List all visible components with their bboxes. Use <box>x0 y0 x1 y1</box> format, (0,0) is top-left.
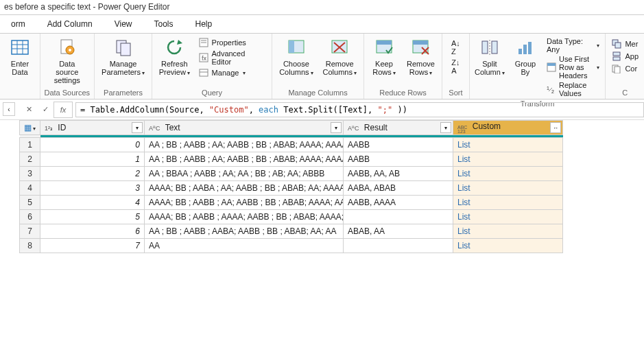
formula-input[interactable]: = Table.AddColumn(Source, "Custom" , eac… <box>75 102 644 117</box>
cell-result[interactable]: AABB, AAAA <box>344 196 453 210</box>
manage-parameters-label: Manage Parameters▾ <box>102 60 145 77</box>
remove-rows-icon <box>409 36 431 58</box>
keep-rows-button[interactable]: Keep Rows▾ <box>367 35 401 78</box>
column-filter-id[interactable]: ▾ <box>132 122 143 133</box>
data-source-settings-button[interactable]: Data source settings <box>43 35 92 86</box>
cell-custom[interactable]: List <box>453 239 563 253</box>
table-row[interactable]: 10AA ; BB ; AABB ; AA; AABB ; BB ; ABAB;… <box>20 138 563 152</box>
table-row[interactable]: 65AAAA; BB ; AABB ; AAAA; AABB ; BB ; AB… <box>20 210 563 224</box>
table-icon: ▦ <box>24 123 32 132</box>
remove-columns-button[interactable]: Remove Columns▾ <box>319 35 361 78</box>
svg-rect-30 <box>492 41 497 54</box>
combine-files-button[interactable]: Cor <box>608 62 641 75</box>
cell-result[interactable] <box>344 239 453 253</box>
svg-rect-33 <box>523 45 527 54</box>
manage-button[interactable]: Manage▾ <box>195 67 270 79</box>
enter-data-button[interactable]: Enter Data <box>3 35 37 78</box>
cell-text[interactable]: AAAA; BB ; AABB ; AAAA; AABB ; BB ; ABAB… <box>145 210 344 224</box>
cell-id[interactable]: 1 <box>40 152 145 167</box>
append-queries-button[interactable]: App <box>608 50 641 62</box>
menu-tools[interactable]: Tools <box>143 16 184 32</box>
cell-id[interactable]: 4 <box>40 196 145 210</box>
cell-result[interactable]: AABB, AA, AB <box>344 167 453 181</box>
first-row-headers-button[interactable]: Use First Row as Headers▾ <box>544 54 602 80</box>
svg-rect-40 <box>615 43 621 48</box>
sort-desc-button[interactable]: Z↓A <box>451 58 460 75</box>
cell-result[interactable]: ABAB, AA <box>344 224 453 239</box>
table-row[interactable]: 76AA ; BB ; AABB ; AABA; AABB ; BB ; ABA… <box>20 224 563 239</box>
data-source-settings-label: Data source settings <box>47 60 88 84</box>
row-number[interactable]: 4 <box>20 181 40 196</box>
column-header-text[interactable]: AᴮC Text ▾ <box>145 121 344 135</box>
cell-text[interactable]: AA ; BBAA ; AABB ; AA; AA ; BB ; AB; AA;… <box>145 167 344 181</box>
table-row[interactable]: 32AA ; BBAA ; AABB ; AA; AA ; BB ; AB; A… <box>20 167 563 181</box>
column-header-custom[interactable]: ABC 123 Custom ↔ <box>453 121 563 135</box>
commit-formula-button[interactable]: ✓ <box>37 102 53 118</box>
row-number[interactable]: 1 <box>20 138 40 152</box>
group-by-button[interactable]: Group By <box>508 35 542 78</box>
row-number[interactable]: 2 <box>20 152 40 167</box>
cell-text[interactable]: AAAA; BB ; AABA ; AA; AABB ; BB ; ABAB; … <box>145 181 344 196</box>
split-column-button[interactable]: Split Column▾ <box>473 35 507 78</box>
row-number[interactable]: 3 <box>20 167 40 181</box>
cell-custom[interactable]: List <box>453 167 563 181</box>
manage-parameters-button[interactable]: Manage Parameters▾ <box>97 35 149 78</box>
cancel-formula-button[interactable]: ✕ <box>21 102 37 118</box>
cell-result[interactable]: AABB <box>344 152 453 167</box>
remove-rows-button[interactable]: Remove Rows▾ <box>403 35 439 78</box>
cell-text[interactable]: AA <box>145 239 344 253</box>
cell-id[interactable]: 7 <box>40 239 145 253</box>
cell-id[interactable]: 5 <box>40 210 145 224</box>
table-row[interactable]: 87AAList <box>20 239 563 253</box>
refresh-preview-button[interactable]: Refresh Preview▾ <box>155 35 194 78</box>
column-header-result[interactable]: AᴮC Result ▾ <box>344 121 453 135</box>
cell-custom[interactable]: List <box>453 210 563 224</box>
row-number[interactable]: 6 <box>20 210 40 224</box>
sort-asc-button[interactable]: A↓Z <box>451 39 460 56</box>
column-filter-text[interactable]: ▾ <box>331 122 342 133</box>
cell-id[interactable]: 2 <box>40 167 145 181</box>
menu-help[interactable]: Help <box>184 16 224 32</box>
cell-result[interactable]: AABA, ABAB <box>344 181 453 196</box>
cell-result[interactable] <box>344 210 453 224</box>
properties-button[interactable]: Properties <box>195 36 270 49</box>
cell-custom[interactable]: List <box>453 138 563 152</box>
menu-transform[interactable]: orm <box>0 16 36 32</box>
row-number[interactable]: 5 <box>20 196 40 210</box>
column-expand-custom[interactable]: ↔ <box>550 122 561 133</box>
group-label-parameters: Parameters <box>97 87 149 99</box>
cell-custom[interactable]: List <box>453 152 563 167</box>
append-icon <box>611 51 622 62</box>
table-row[interactable]: 54AAAA; BB ; AABB ; AA; AABB ; BB ; ABAB… <box>20 196 563 210</box>
column-filter-result[interactable]: ▾ <box>440 122 451 133</box>
append-label: App <box>625 52 639 60</box>
cell-id[interactable]: 6 <box>40 224 145 239</box>
table-row[interactable]: 21AA ; BB ; AABB ; AA; AABB ; BB ; ABAB;… <box>20 152 563 167</box>
cell-result[interactable]: AABB <box>344 138 453 152</box>
table-row[interactable]: 43AAAA; BB ; AABA ; AA; AABB ; BB ; ABAB… <box>20 181 563 196</box>
cell-text[interactable]: AA ; BB ; AABB ; AABA; AABB ; BB ; ABAB;… <box>145 224 344 239</box>
cell-custom[interactable]: List <box>453 224 563 239</box>
column-header-id[interactable]: 1²₃ ID ▾ <box>40 121 145 135</box>
cell-text[interactable]: AA ; BB ; AABB ; AA; AABB ; BB ; ABAB; A… <box>145 152 344 167</box>
data-type-dropdown[interactable]: Data Type: Any▾ <box>544 36 602 54</box>
data-grid[interactable]: ▦▾ 1²₃ ID ▾ AᴮC Text ▾ AᴮC Result ▾ <box>19 120 644 363</box>
advanced-editor-button[interactable]: fx Advanced Editor <box>195 49 270 67</box>
row-number[interactable]: 8 <box>20 239 40 253</box>
cell-text[interactable]: AA ; BB ; AABB ; AA; AABB ; BB ; ABAB; A… <box>145 138 344 152</box>
cell-custom[interactable]: List <box>453 181 563 196</box>
queries-pane-toggle[interactable]: ‹ <box>3 102 15 116</box>
cell-custom[interactable]: List <box>453 196 563 210</box>
menu-view[interactable]: View <box>104 16 143 32</box>
cell-id[interactable]: 0 <box>40 138 145 152</box>
table-corner-button[interactable]: ▦▾ <box>20 121 40 135</box>
formula-token: ";" <box>378 105 393 115</box>
split-column-label: Split Column▾ <box>475 60 505 77</box>
merge-queries-button[interactable]: Mer <box>608 38 641 50</box>
choose-columns-button[interactable]: Choose Columns▾ <box>275 35 317 78</box>
cell-id[interactable]: 3 <box>40 181 145 196</box>
cell-text[interactable]: AAAA; BB ; AABB ; AA; AABB ; BB ; ABAB; … <box>145 196 344 210</box>
row-number[interactable]: 7 <box>20 224 40 239</box>
replace-values-button[interactable]: 12 Replace Values <box>544 80 602 98</box>
menu-add-column[interactable]: Add Column <box>36 16 104 32</box>
